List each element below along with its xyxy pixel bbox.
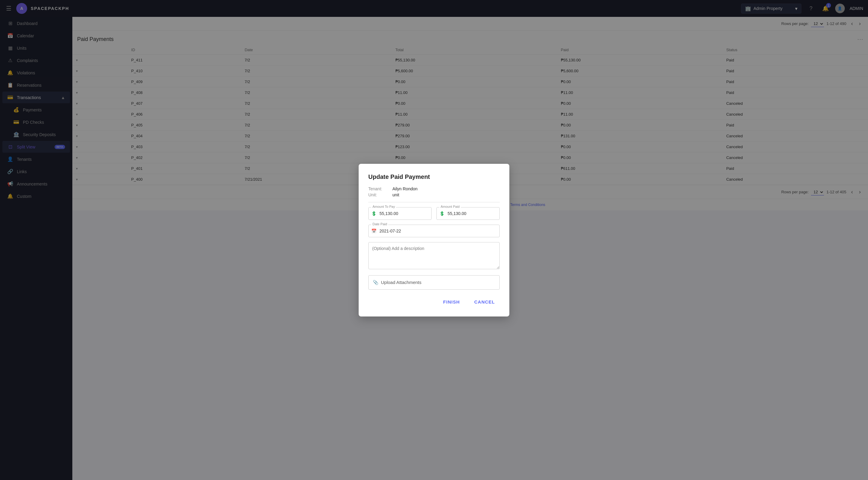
modal-title: Update Paid Payment <box>368 173 500 180</box>
tenant-value: Ailyn Rondon <box>393 186 417 191</box>
amount-paid-label: Amount Paid <box>439 205 461 208</box>
cancel-button[interactable]: CANCEL <box>470 297 500 307</box>
amount-paid-field: Amount Paid 💲 <box>436 207 500 220</box>
amount-paid-input[interactable] <box>436 207 500 220</box>
modal-overlay[interactable]: Update Paid Payment Tenant: Ailyn Rondon… <box>0 0 868 480</box>
description-textarea[interactable] <box>368 242 500 269</box>
amount-to-pay-field: Amount To Pay 💲 <box>368 207 432 220</box>
modal-amount-fields: Amount To Pay 💲 Amount Paid 💲 <box>368 207 500 220</box>
upload-attachments-button[interactable]: 📎 Upload Attachments <box>368 275 500 290</box>
date-paid-field: Date Paid 📅 <box>368 225 500 237</box>
currency-icon-2: 💲 <box>439 211 444 216</box>
modal-divider <box>368 202 500 202</box>
upload-label: Upload Attachments <box>381 280 421 285</box>
calendar-icon-modal: 📅 <box>371 229 376 233</box>
update-payment-modal: Update Paid Payment Tenant: Ailyn Rondon… <box>359 164 509 316</box>
date-paid-label: Date Paid <box>371 222 388 226</box>
date-paid-input[interactable] <box>368 225 500 237</box>
paperclip-icon: 📎 <box>373 280 378 285</box>
modal-actions: FINISH CANCEL <box>368 297 500 307</box>
modal-tenant-row: Tenant: Ailyn Rondon <box>368 186 500 191</box>
tenant-label: Tenant: <box>368 186 393 191</box>
modal-unit-row: Unit: unit <box>368 193 500 197</box>
amount-to-pay-input[interactable] <box>368 207 432 220</box>
unit-value: unit <box>393 193 399 197</box>
currency-icon-1: 💲 <box>371 211 376 216</box>
finish-button[interactable]: FINISH <box>438 297 464 307</box>
amount-to-pay-label: Amount To Pay <box>371 205 396 208</box>
unit-label: Unit: <box>368 193 393 197</box>
